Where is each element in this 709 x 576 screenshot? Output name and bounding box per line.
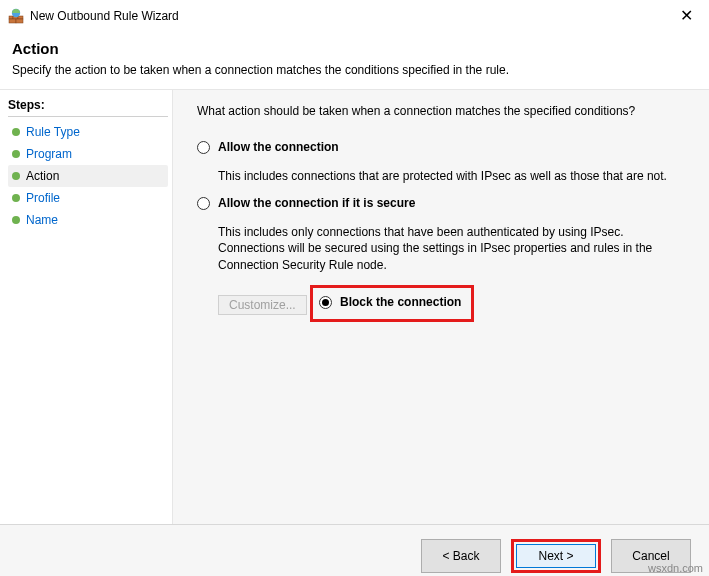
step-name[interactable]: Name — [8, 209, 168, 231]
svg-rect-4 — [9, 19, 16, 23]
step-label: Profile — [26, 191, 60, 205]
action-question: What action should be taken when a conne… — [197, 104, 689, 118]
radio-block[interactable] — [319, 296, 332, 309]
option-allow[interactable]: Allow the connection — [197, 140, 689, 154]
back-button[interactable]: < Back — [421, 539, 501, 573]
step-bullet-icon — [12, 194, 20, 202]
option-allow-secure-desc: This includes only connections that have… — [218, 224, 689, 273]
wizard-footer: < Back Next > Cancel — [0, 524, 709, 576]
option-allow-secure[interactable]: Allow the connection if it is secure — [197, 196, 689, 210]
option-allow-desc: This includes connections that are prote… — [218, 168, 689, 184]
page-subtitle: Specify the action to be taken when a co… — [12, 63, 697, 77]
highlight-block-option: Block the connection — [310, 285, 474, 322]
close-icon[interactable]: ✕ — [672, 6, 701, 26]
wizard-content: What action should be taken when a conne… — [172, 90, 709, 524]
step-bullet-icon — [12, 150, 20, 158]
next-button[interactable]: Next > — [516, 544, 596, 568]
step-label: Program — [26, 147, 72, 161]
firewall-icon — [8, 8, 24, 24]
step-label: Action — [26, 169, 59, 183]
option-allow-secure-label: Allow the connection if it is secure — [218, 196, 415, 210]
svg-rect-1 — [9, 16, 13, 19]
option-allow-label: Allow the connection — [218, 140, 339, 154]
step-label: Rule Type — [26, 125, 80, 139]
highlight-next: Next > — [511, 539, 601, 573]
steps-sidebar: Steps: Rule Type Program Action Profile … — [0, 90, 172, 524]
step-action[interactable]: Action — [8, 165, 168, 187]
option-block-label: Block the connection — [340, 295, 461, 309]
step-label: Name — [26, 213, 58, 227]
wizard-header: Action Specify the action to be taken wh… — [0, 30, 709, 85]
step-rule-type[interactable]: Rule Type — [8, 121, 168, 143]
step-bullet-icon — [12, 172, 20, 180]
page-title: Action — [12, 40, 697, 57]
option-block[interactable]: Block the connection — [319, 295, 461, 309]
svg-rect-3 — [18, 16, 23, 19]
step-bullet-icon — [12, 128, 20, 136]
svg-rect-5 — [16, 19, 23, 23]
radio-allow-secure[interactable] — [197, 197, 210, 210]
titlebar: New Outbound Rule Wizard ✕ — [0, 0, 709, 30]
radio-allow[interactable] — [197, 141, 210, 154]
window-title: New Outbound Rule Wizard — [30, 9, 179, 23]
step-profile[interactable]: Profile — [8, 187, 168, 209]
step-program[interactable]: Program — [8, 143, 168, 165]
customize-button: Customize... — [218, 295, 307, 315]
watermark: wsxdn.com — [648, 562, 703, 574]
steps-heading: Steps: — [8, 96, 168, 117]
step-bullet-icon — [12, 216, 20, 224]
